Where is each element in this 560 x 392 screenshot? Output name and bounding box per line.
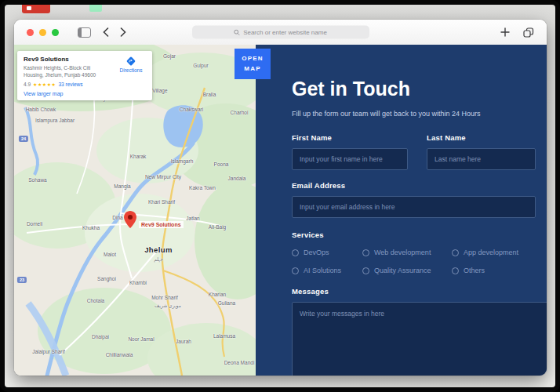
map-info-card: Rev9 Solutions Kashmir Heights, C-Block … bbox=[17, 51, 152, 100]
service-option-web-development[interactable]: Web development bbox=[362, 249, 452, 256]
browser-toolbar: Search or enter website name bbox=[14, 20, 547, 45]
map-pin-icon[interactable] bbox=[124, 211, 136, 231]
radio-icon[interactable] bbox=[362, 249, 369, 256]
page-content: GojarGulpurDadyalRaydhan VillageBrallaCh… bbox=[14, 45, 547, 376]
zoom-window-button[interactable] bbox=[52, 29, 59, 36]
directions-icon bbox=[125, 56, 136, 67]
page-title: Get in Touch bbox=[292, 78, 536, 100]
google-map-embed[interactable]: GojarGulpurDadyalRaydhan VillageBrallaCh… bbox=[14, 45, 256, 376]
radio-icon[interactable] bbox=[452, 267, 459, 274]
rating-value: 4.9 bbox=[24, 82, 31, 87]
reviews-link[interactable]: 33 reviews bbox=[58, 82, 82, 87]
map-pin-label: Rev9 Solutions bbox=[139, 221, 184, 228]
background-green-fragment bbox=[89, 2, 102, 12]
place-address: Kashmir Heights, C-Block Citi Housing, J… bbox=[24, 64, 96, 78]
back-icon[interactable] bbox=[103, 27, 109, 37]
toolbar-right-actions bbox=[500, 20, 534, 45]
place-rating: 4.9 ★★★★★ 33 reviews bbox=[24, 82, 147, 87]
browser-window: Search or enter website name bbox=[14, 20, 547, 376]
new-tab-icon[interactable] bbox=[500, 27, 510, 37]
forward-icon[interactable] bbox=[120, 27, 126, 37]
directions-button[interactable]: Directions bbox=[115, 56, 147, 78]
first-name-label: First Name bbox=[292, 133, 408, 142]
service-option-devops[interactable]: DevOps bbox=[292, 249, 362, 256]
service-option-app-development[interactable]: App development bbox=[452, 249, 536, 256]
service-option-ai-solutions[interactable]: AI Solutions bbox=[292, 267, 362, 274]
services-options: DevOps Web development App development A… bbox=[292, 249, 536, 274]
radio-icon[interactable] bbox=[292, 267, 299, 274]
view-larger-map-link[interactable]: View larger map bbox=[24, 91, 147, 96]
search-icon bbox=[234, 29, 240, 35]
road-badge: 24 bbox=[19, 136, 28, 142]
contact-form-panel: Get in Touch Fill up the form our team w… bbox=[256, 45, 547, 376]
messages-textarea[interactable] bbox=[292, 302, 547, 376]
address-bar-placeholder: Search or enter website name bbox=[243, 29, 327, 36]
radio-icon[interactable] bbox=[362, 267, 369, 274]
email-label: Email Address bbox=[292, 181, 536, 190]
email-input[interactable] bbox=[292, 196, 536, 218]
close-window-button[interactable] bbox=[27, 29, 34, 36]
road-badge: 23 bbox=[17, 277, 27, 283]
address-bar[interactable]: Search or enter website name bbox=[192, 26, 369, 39]
screen-frame: Search or enter website name bbox=[0, 0, 560, 392]
last-name-input[interactable] bbox=[427, 148, 536, 170]
service-option-others[interactable]: Others bbox=[452, 267, 536, 274]
service-option-quality-assurance[interactable]: Quality Assurance bbox=[362, 267, 452, 274]
window-controls bbox=[27, 29, 59, 36]
star-icons: ★★★★★ bbox=[33, 82, 56, 87]
sidebar-toggle-icon[interactable] bbox=[78, 27, 91, 38]
last-name-label: Last Name bbox=[427, 133, 536, 142]
place-title: Rev9 Solutions bbox=[24, 56, 96, 63]
form-subtitle: Fill up the form our team will get back … bbox=[292, 110, 536, 118]
directions-label: Directions bbox=[115, 67, 147, 73]
messages-label: Messages bbox=[292, 287, 536, 296]
radio-icon[interactable] bbox=[452, 249, 459, 256]
minimize-window-button[interactable] bbox=[39, 29, 46, 36]
background-red-fragment bbox=[22, 2, 50, 13]
first-name-input[interactable] bbox=[292, 148, 408, 170]
open-map-button[interactable]: OPEN MAP bbox=[235, 49, 271, 79]
radio-icon[interactable] bbox=[292, 249, 299, 256]
tab-overview-icon[interactable] bbox=[523, 27, 534, 38]
navigation-buttons bbox=[103, 27, 126, 37]
services-label: Services bbox=[292, 230, 536, 239]
